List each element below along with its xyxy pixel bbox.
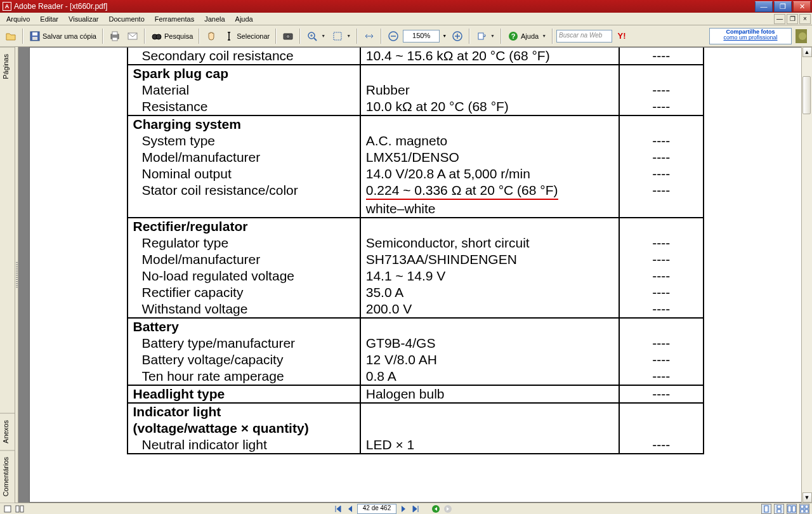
zoom-plus-button[interactable] [449, 29, 466, 44]
select-tool-button[interactable]: Selecionar [221, 29, 272, 44]
spec-value-cell: Rubber10.0 kΩ at 20 °C (68 °F) [360, 65, 619, 115]
back-button[interactable] [431, 504, 441, 514]
table-row: Charging systemSystem typeModel/manufact… [128, 115, 704, 218]
table-row: Indicator light(voltage/wattage × quanti… [128, 403, 704, 454]
yahoo-search-button[interactable]: Y! [613, 29, 630, 44]
svg-rect-4 [112, 32, 117, 35]
spec-value-cell: Halogen bulb [360, 385, 619, 403]
doc-minimize-button[interactable]: — [774, 14, 785, 24]
svg-rect-29 [792, 506, 796, 512]
zoom-in-button[interactable]: ▼ [304, 29, 328, 44]
zoom-in-icon [306, 30, 318, 42]
first-page-button[interactable] [333, 504, 343, 514]
sidebar-tab-comments[interactable]: Comentários [0, 450, 15, 503]
scroll-down-button[interactable]: ▼ [802, 492, 812, 503]
web-search-input[interactable]: Buscar na Web [556, 30, 612, 43]
yahoo-icon: Y! [616, 30, 627, 42]
email-button[interactable] [124, 29, 141, 44]
zoom-value-box[interactable]: 150% [403, 30, 440, 43]
specification-table: Secondary coil resistance10.4 ~ 15.6 kΩ … [127, 48, 704, 454]
marquee-zoom-icon [332, 30, 343, 42]
svg-rect-32 [801, 510, 804, 513]
spec-label-cell: Spark plug capMaterialResistance [128, 65, 360, 115]
ad-banner[interactable]: Compartilhe fotos como um profissional [709, 28, 792, 44]
rotate-button[interactable]: ▼ [473, 29, 497, 44]
last-page-button[interactable] [410, 504, 421, 514]
fit-width-icon [363, 30, 375, 42]
chevron-down-icon: ▼ [321, 34, 325, 38]
forward-button[interactable] [443, 504, 453, 514]
svg-point-10 [286, 34, 290, 38]
single-page-view-button[interactable] [761, 504, 771, 514]
spec-label-cell: Secondary coil resistance [128, 48, 360, 65]
spec-limit-cell: ---- [619, 403, 704, 454]
svg-rect-27 [777, 510, 781, 513]
scroll-thumb[interactable] [802, 76, 811, 114]
svg-rect-31 [805, 505, 808, 508]
sidebar-tab-pages[interactable]: Páginas [0, 47, 15, 86]
maximize-button[interactable]: ❐ [774, 1, 792, 12]
prev-page-button[interactable] [345, 504, 355, 514]
menu-editar[interactable]: Editar [35, 14, 63, 24]
fit-width-button[interactable] [361, 29, 377, 44]
rotate-icon [476, 30, 487, 42]
continuous-facing-view-button[interactable] [799, 504, 809, 514]
camera-icon [282, 30, 294, 42]
help-button[interactable]: ? Ajuda ▼ [505, 29, 549, 44]
vertical-scrollbar[interactable]: ▲ ▼ [801, 47, 812, 503]
minimize-button[interactable]: — [755, 1, 773, 12]
document-area[interactable]: Secondary coil resistance10.4 ~ 15.6 kΩ … [18, 47, 812, 503]
page-layout-icon[interactable] [15, 504, 25, 514]
zoom-out-button[interactable] [385, 29, 402, 44]
search-button[interactable]: Pesquisa [148, 29, 195, 44]
facing-view-button[interactable] [787, 504, 797, 514]
ad-line2: como um profissional [710, 35, 791, 41]
ad-image-button[interactable] [793, 29, 809, 44]
svg-point-19 [799, 32, 806, 40]
zoom-marquee-button[interactable]: ▼ [329, 29, 353, 44]
minus-circle-icon [388, 30, 399, 42]
print-button[interactable] [107, 29, 123, 44]
chevron-down-icon: ▼ [490, 34, 495, 38]
spec-value-cell: LED × 1 [360, 403, 619, 454]
svg-rect-28 [788, 506, 791, 512]
printer-icon [109, 30, 121, 42]
doc-close-button[interactable]: × [799, 14, 811, 24]
doc-restore-button[interactable]: ❐ [787, 14, 798, 24]
snapshot-button[interactable] [280, 29, 296, 44]
svg-point-8 [156, 34, 161, 39]
spec-value-cell: A.C. magnetoLMX51/DENSO14.0 V/20.8 A at … [360, 115, 619, 218]
spec-label-cell: Headlight type [128, 385, 360, 403]
menu-documento[interactable]: Documento [104, 14, 150, 24]
hand-tool-button[interactable] [203, 29, 219, 44]
pdf-page: Secondary coil resistance10.4 ~ 15.6 kΩ … [29, 47, 802, 503]
photo-icon [796, 30, 807, 42]
spec-limit-cell: -------- [619, 65, 704, 115]
folder-open-icon [5, 30, 16, 42]
menu-janela[interactable]: Janela [199, 14, 230, 24]
continuous-view-button[interactable] [774, 504, 784, 514]
statusbar: 42 de 462 [0, 503, 812, 514]
save-copy-button[interactable]: Salvar uma cópia [27, 29, 99, 44]
text-cursor-icon [223, 30, 235, 42]
scroll-up-button[interactable]: ▲ [802, 47, 812, 57]
next-page-button[interactable] [398, 504, 409, 514]
svg-rect-25 [764, 506, 768, 512]
page-size-icon[interactable] [3, 504, 13, 514]
spec-limit-cell: ---------------- [619, 115, 704, 218]
close-button[interactable]: ✕ [793, 1, 811, 12]
menu-arquivo[interactable]: Arquivo [1, 14, 35, 24]
workspace: Páginas Anexos Comentários Secondary coi… [0, 47, 812, 503]
scroll-track[interactable] [802, 57, 812, 492]
open-button[interactable] [3, 29, 19, 44]
menu-visualizar[interactable]: Visualizar [63, 14, 104, 24]
select-label: Selecionar [237, 32, 270, 40]
sidebar-tab-attachments[interactable]: Anexos [0, 413, 15, 450]
page-number-input[interactable]: 42 de 462 [357, 504, 396, 514]
spec-label-cell: Rectifier/regulatorRegulator typeModel/m… [128, 218, 360, 318]
svg-rect-12 [334, 32, 341, 40]
chevron-down-icon[interactable]: ▼ [441, 34, 448, 38]
menu-ajuda[interactable]: Ajuda [230, 14, 258, 24]
spec-limit-cell: ---- [619, 48, 704, 65]
menu-ferramentas[interactable]: Ferramentas [150, 14, 199, 24]
